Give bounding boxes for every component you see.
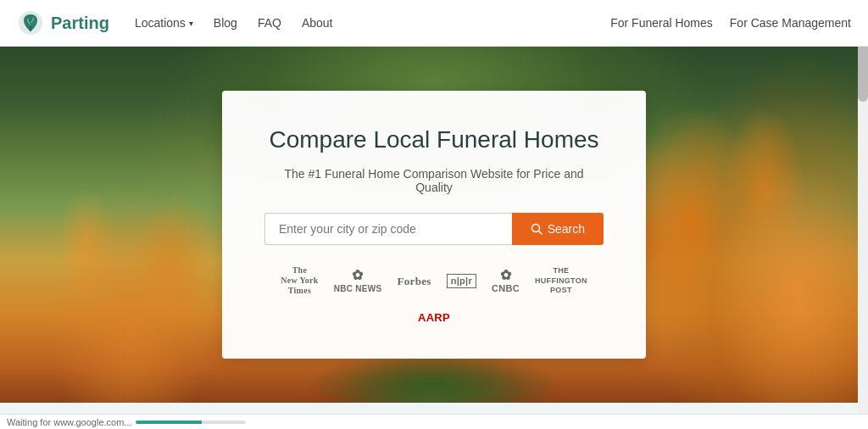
media-huffpost: THEHUFFINGTONPOST — [535, 266, 587, 296]
scrollbar-track[interactable] — [858, 0, 868, 429]
nav-case-management[interactable]: For Case Management — [730, 16, 851, 30]
nav-funeral-homes[interactable]: For Funeral Homes — [610, 16, 713, 30]
nav-locations[interactable]: Locations ▾ — [135, 16, 193, 30]
search-row: Search — [264, 213, 604, 245]
media-nyt: TheNew YorkTimes — [281, 265, 319, 296]
hero-card: Compare Local Funeral Homes The #1 Funer… — [222, 91, 646, 359]
locations-label: Locations — [135, 16, 186, 30]
search-button[interactable]: Search — [512, 213, 604, 245]
search-input[interactable] — [264, 213, 512, 245]
status-text: Waiting for www.google.com... — [7, 417, 132, 427]
media-aarp: AARP — [418, 311, 450, 325]
logo-link[interactable]: Parting — [17, 9, 109, 36]
logo-icon — [17, 9, 44, 36]
search-button-label: Search — [548, 222, 585, 236]
media-nbc: ✿ NBC NEWS — [334, 267, 382, 294]
cnbc-peacock-icon: ✿ — [500, 267, 511, 283]
nav-right: For Funeral Homes For Case Management — [610, 16, 851, 30]
hero-title: Compare Local Funeral Homes — [264, 125, 604, 155]
chevron-down-icon: ▾ — [189, 19, 193, 28]
logo-text: Parting — [51, 14, 109, 33]
nav-blog[interactable]: Blog — [214, 16, 237, 30]
hero-subtitle: The #1 Funeral Home Comparison Website f… — [264, 167, 604, 194]
nav-about[interactable]: About — [302, 16, 333, 30]
hero-section: Compare Local Funeral Homes The #1 Funer… — [0, 47, 868, 403]
status-progress-bar — [136, 421, 246, 424]
search-icon — [531, 223, 542, 235]
svg-line-3 — [538, 231, 542, 235]
nav-links: Locations ▾ Blog FAQ About — [135, 16, 610, 30]
media-npr: n|p|r — [447, 274, 476, 288]
status-bar: Waiting for www.google.com... — [0, 414, 868, 429]
media-forbes: Forbes — [398, 275, 431, 288]
nbc-peacock-icon: ✿ — [352, 267, 363, 283]
media-logos: TheNew YorkTimes ✿ NBC NEWS Forbes n|p|r… — [264, 265, 604, 325]
media-cnbc: ✿ CNBC — [492, 267, 520, 294]
navbar: Parting Locations ▾ Blog FAQ About For F… — [0, 0, 868, 47]
status-progress-fill — [136, 421, 202, 424]
nav-faq[interactable]: FAQ — [258, 16, 281, 30]
